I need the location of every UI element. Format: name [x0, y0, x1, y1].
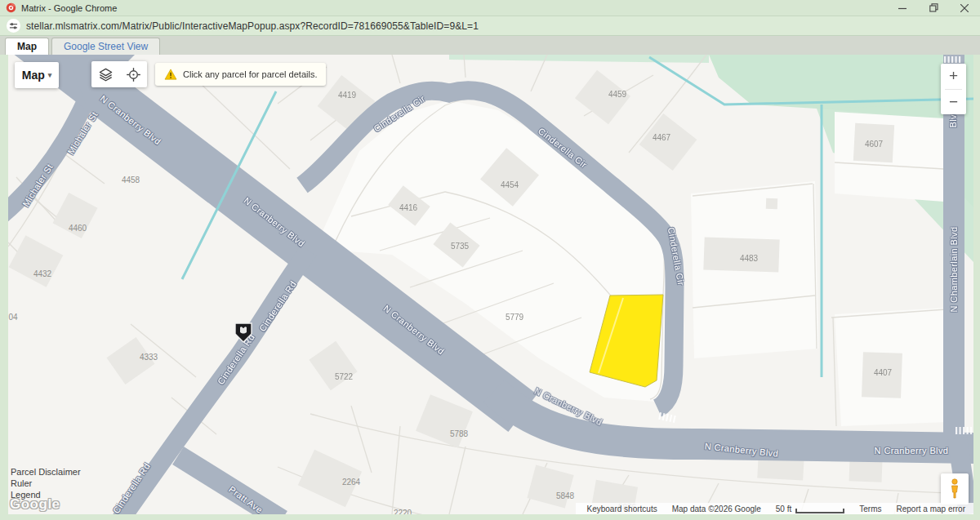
parcel-marker-icon[interactable] [234, 322, 253, 344]
ruler-link[interactable]: Ruler [11, 478, 81, 490]
tab-map[interactable]: Map [5, 38, 49, 55]
parcel-disclaimer-link[interactable]: Parcel Disclaimer [11, 467, 81, 478]
restore-icon[interactable] [918, 0, 949, 16]
attribution-bar: Keyboard shortcuts Map data ©2026 Google… [576, 503, 973, 514]
tab-google-street-view[interactable]: Google Street View [51, 38, 160, 55]
minimize-icon[interactable] [887, 0, 918, 16]
tab-strip: Map Google Street View [0, 36, 980, 55]
site-info-icon[interactable] [7, 19, 20, 33]
browser-window: Matrix - Google Chrome stellar.mlsmatrix… [0, 0, 980, 520]
map-canvas[interactable] [8, 55, 973, 514]
map-viewport: Map ▾ [8, 55, 973, 514]
parcel-warning-text: Click any parcel for parcel details. [183, 69, 317, 79]
layers-icon[interactable] [95, 64, 116, 85]
map-type-label: Map [22, 69, 45, 82]
locate-icon[interactable] [122, 64, 144, 85]
map-tool-panel [91, 61, 147, 87]
map-type-button[interactable]: Map ▾ [15, 62, 59, 88]
pegman-icon [948, 478, 961, 500]
scale-label: 50 ft [776, 504, 791, 513]
window-controls [887, 0, 980, 16]
pegman-control[interactable] [941, 473, 969, 504]
window-title: Matrix - Google Chrome [21, 3, 117, 13]
zoom-in-icon[interactable]: + [941, 64, 966, 89]
map-data-text: Map data ©2026 Google [672, 504, 761, 513]
close-icon[interactable] [949, 0, 980, 16]
tab-google-street-view-label: Google Street View [64, 41, 148, 52]
tab-map-label: Map [17, 41, 37, 52]
url-bar: stellar.mlsmatrix.com/Matrix/Public/Inte… [0, 16, 980, 36]
title-bar: Matrix - Google Chrome [0, 0, 980, 16]
report-map-error-link[interactable]: Report a map error [897, 504, 965, 513]
url-text[interactable]: stellar.mlsmatrix.com/Matrix/Public/Inte… [26, 20, 479, 32]
scale-control[interactable]: 50 ft [776, 504, 844, 513]
chrome-logo-icon [6, 2, 16, 13]
warning-triangle-icon [164, 69, 177, 80]
terms-link[interactable]: Terms [859, 504, 881, 513]
scale-bar [795, 509, 844, 513]
chevron-down-icon: ▾ [48, 71, 52, 79]
google-logo[interactable]: Google [10, 496, 60, 513]
keyboard-shortcuts-button[interactable]: Keyboard shortcuts [587, 504, 657, 513]
zoom-out-icon[interactable]: − [941, 90, 966, 115]
parcel-warning-banner: Click any parcel for parcel details. [155, 63, 326, 86]
zoom-control: + − [941, 64, 966, 114]
